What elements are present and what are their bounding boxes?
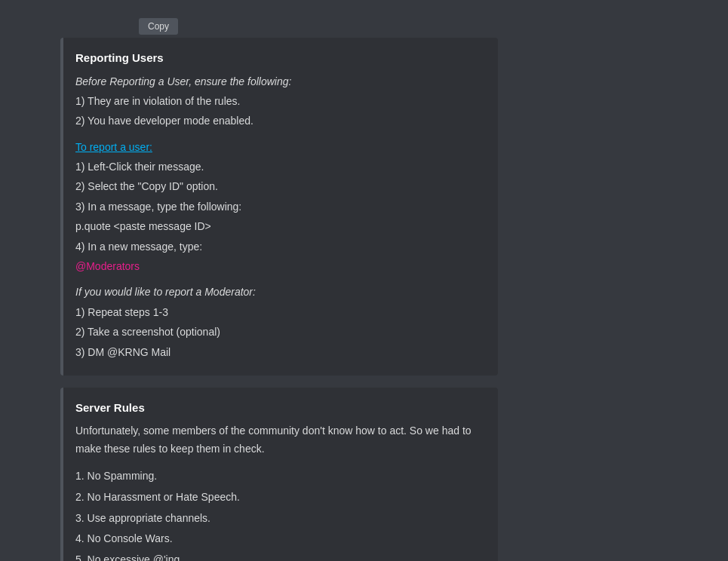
rule-4: 4. No Console Wars. [75, 530, 486, 548]
mod-step-3: 3) DM @KRNG Mail [75, 344, 486, 360]
reporting-prereq-1: 1) They are in violation of the rules. [75, 93, 486, 109]
rule-3: 3. Use appropriate channels. [75, 510, 486, 528]
mod-step-1: 1) Repeat steps 1-3 [75, 304, 486, 320]
rule-2: 2. No Harassment or Hate Speech. [75, 489, 486, 507]
reporting-users-card: Reporting Users Before Reporting a User,… [60, 38, 498, 376]
rule-5: 5. No excessive @'ing. [75, 551, 486, 561]
copy-button[interactable]: Copy [139, 18, 178, 35]
reporting-step-4: 4) In a new message, type: [75, 238, 486, 255]
reporting-step-3b: p.quote <paste message ID> [75, 218, 486, 235]
reporting-users-title: Reporting Users [75, 50, 486, 67]
server-rules-title: Server Rules [75, 400, 486, 417]
to-report-link: To report a user: [75, 141, 152, 153]
reporting-intro: Before Reporting a User, ensure the foll… [75, 73, 486, 90]
mod-step-2: 2) Take a screenshot (optional) [75, 323, 486, 340]
reporting-mention: @Moderators [75, 258, 486, 274]
reporting-step-1: 1) Left-Click their message. [75, 158, 486, 175]
server-rules-body: Unfortunately, some members of the commu… [75, 422, 486, 561]
server-rules-card: Server Rules Unfortunately, some members… [60, 388, 498, 561]
moderators-mention[interactable]: @Moderators [75, 260, 140, 272]
mod-header: If you would like to report a Moderator: [75, 284, 486, 300]
reporting-step-2: 2) Select the "Copy ID" option. [75, 178, 486, 195]
reporting-prereq-2: 2) You have developer mode enabled. [75, 112, 486, 129]
rules-intro: Unfortunately, some members of the commu… [75, 422, 486, 458]
rule-1: 1. No Spamming. [75, 468, 486, 486]
reporting-users-body: Before Reporting a User, ensure the foll… [75, 73, 486, 360]
reporting-step-3: 3) In a message, type the following: [75, 198, 486, 215]
reporting-steps-header: To report a user: [75, 139, 486, 155]
